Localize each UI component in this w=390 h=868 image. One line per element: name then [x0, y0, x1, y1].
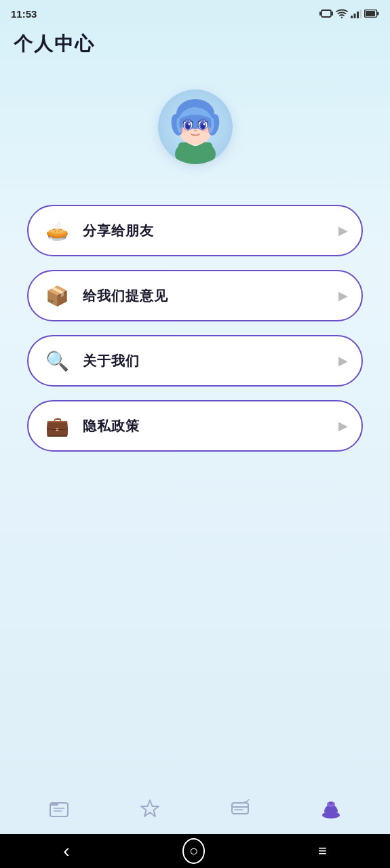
avatar-section — [0, 62, 390, 205]
wifi-icon — [336, 9, 348, 18]
svg-rect-0 — [321, 10, 331, 17]
svg-point-43 — [329, 802, 333, 804]
menu-item-feedback[interactable]: 📦 给我们提意见 ▶ — [27, 270, 363, 321]
privacy-chevron: ▶ — [338, 418, 348, 433]
menu-item-share[interactable]: 🥧 分享给朋友 ▶ — [27, 205, 363, 256]
share-chevron: ▶ — [338, 223, 348, 238]
svg-point-29 — [203, 123, 205, 125]
share-label: 分享给朋友 — [83, 222, 333, 240]
menu-item-privacy[interactable]: 💼 隐私政策 ▶ — [27, 400, 363, 452]
status-icons — [319, 8, 379, 19]
nav-item-card[interactable] — [217, 791, 263, 826]
nav-item-home[interactable] — [36, 791, 82, 826]
svg-marker-38 — [141, 800, 159, 816]
android-nav-bar: ‹ ○ ≡ — [0, 834, 390, 868]
profile-nav-icon — [319, 796, 343, 821]
battery-icon — [364, 9, 379, 18]
nav-item-profile[interactable] — [308, 791, 354, 826]
avatar-image — [158, 90, 233, 164]
signal-icon — [351, 9, 362, 18]
nav-item-star[interactable] — [127, 791, 173, 826]
page-title: 个人中心 — [14, 31, 376, 57]
svg-rect-6 — [357, 12, 359, 18]
privacy-label: 隐私政策 — [83, 417, 333, 435]
about-label: 关于我们 — [83, 352, 333, 370]
bottom-nav — [0, 783, 390, 834]
back-button[interactable]: ‹ — [50, 835, 83, 867]
svg-rect-10 — [366, 11, 375, 16]
about-chevron: ▶ — [338, 353, 348, 368]
feedback-label: 给我们提意见 — [83, 287, 333, 305]
svg-rect-9 — [377, 12, 379, 16]
status-bar: 11:53 — [0, 0, 390, 24]
menu-button[interactable]: ≡ — [305, 837, 340, 865]
menu-item-about[interactable]: 🔍 关于我们 ▶ — [27, 335, 363, 387]
svg-rect-5 — [354, 14, 356, 18]
about-icon: 🔍 — [42, 346, 72, 376]
svg-rect-4 — [351, 16, 353, 18]
feedback-icon: 📦 — [42, 281, 72, 311]
share-icon: 🥧 — [42, 216, 72, 245]
svg-rect-1 — [319, 12, 321, 16]
svg-rect-35 — [50, 803, 58, 806]
svg-point-3 — [341, 17, 343, 18]
home-button[interactable]: ○ — [182, 838, 205, 864]
svg-rect-39 — [232, 803, 248, 814]
header: 个人中心 — [0, 24, 390, 62]
privacy-icon: 💼 — [42, 411, 72, 441]
status-time: 11:53 — [11, 8, 37, 20]
card-nav-icon — [228, 796, 252, 821]
svg-rect-2 — [332, 12, 333, 16]
svg-point-41 — [322, 812, 340, 818]
avatar[interactable] — [158, 90, 233, 164]
home-nav-icon — [47, 796, 71, 821]
menu-section: 🥧 分享给朋友 ▶ 📦 给我们提意见 ▶ 🔍 关于我们 ▶ 💼 隐私政策 ▶ — [0, 205, 390, 452]
svg-rect-7 — [360, 9, 362, 18]
feedback-chevron: ▶ — [338, 288, 348, 303]
vibrate-icon — [319, 8, 333, 19]
svg-point-28 — [188, 123, 190, 125]
star-nav-icon — [138, 796, 162, 821]
